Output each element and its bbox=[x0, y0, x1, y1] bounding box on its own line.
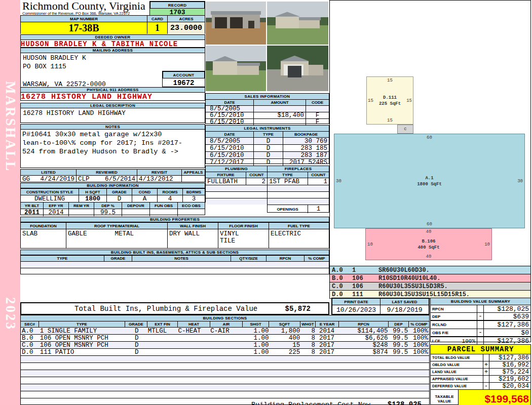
sketch-section-a: 60 30 30 60 A.1 1800 SqFt bbox=[334, 134, 525, 228]
photo4-truck bbox=[288, 66, 301, 77]
deeded-owner-label: DEEDED OWNER bbox=[20, 34, 205, 40]
bs-sqft: 400 bbox=[269, 335, 300, 341]
bs-comp: 100% bbox=[408, 349, 429, 355]
visits-table: LISTED REVIEWED REVISIT APPEALS GG 4/24/… bbox=[20, 169, 205, 182]
bs-rpcn: $114,405 bbox=[338, 328, 388, 334]
rooms-value: 4 bbox=[158, 195, 183, 202]
wall-label: WALL FINISH bbox=[168, 223, 218, 229]
card-label: CARD bbox=[147, 16, 168, 22]
bs-heat bbox=[178, 349, 210, 355]
bs-dep: 99.5 bbox=[388, 349, 408, 355]
legal-description-label: LEGAL DESCRIPTION bbox=[20, 103, 205, 108]
li-row-type: D bbox=[254, 145, 283, 151]
yr-blt-label: YR BLT bbox=[21, 202, 44, 209]
sidebar-district-label: MARSHALL bbox=[0, 76, 20, 177]
li-row-date: 8/5/2005 bbox=[206, 138, 254, 144]
bs-sec: A.0 bbox=[21, 328, 40, 334]
li-row-date: 6/15/2010 bbox=[206, 145, 254, 151]
bs-sqft: 225 bbox=[269, 349, 300, 355]
code-vector: R10SD10R40U10L40. bbox=[378, 275, 440, 282]
ps-op bbox=[483, 376, 489, 382]
construction-style-label: CONSTRUCTION STYLE bbox=[21, 189, 79, 195]
property-photo-4 bbox=[267, 46, 328, 91]
cond-value: A bbox=[132, 195, 158, 202]
account-box: ACCOUNT 19672 bbox=[162, 71, 205, 87]
reviewed-date: 6/5/2014 bbox=[105, 176, 135, 182]
code-type: 106 bbox=[352, 283, 378, 290]
bvs-value: $127,386 bbox=[484, 321, 530, 329]
li-row-type: D bbox=[254, 159, 283, 166]
sketch-d-sqft: 225 SqFt bbox=[367, 101, 413, 106]
building-section-row: A.0 1 SINGLE FAMILY D MTLGL C-HEAT C-AIR… bbox=[21, 328, 429, 335]
bs-grade: D bbox=[126, 342, 148, 348]
depovr-label: DEPOVR bbox=[122, 202, 150, 209]
bvs-value: $127,386 bbox=[484, 337, 530, 345]
ps-name: TOTAL BLDG VALUE bbox=[431, 354, 483, 361]
bs-whgt: 8 bbox=[300, 328, 315, 334]
bvs-value: $128,025 bbox=[484, 305, 530, 312]
bvs-name: DEP bbox=[431, 313, 477, 320]
construction-style-value: DWELLING bbox=[21, 195, 79, 202]
plumbing-count-value: 2 bbox=[246, 178, 267, 185]
li-row-date: 7/12/2017 bbox=[206, 159, 254, 166]
parcel-sketch-canvas: 15 15 15 15 D.111 225 SqFt c 60 30 30 60… bbox=[329, 0, 531, 266]
code-sec: A.0 bbox=[330, 267, 352, 274]
bvs-op: - bbox=[477, 329, 484, 336]
map-number-value: 17-38B bbox=[21, 22, 147, 34]
reviewed-label: REVIEWED bbox=[77, 170, 137, 175]
notes-block: P#10641 30x30 metal garage w/12x30 lean-… bbox=[20, 130, 205, 168]
print-info-table: PRINT DATE LAST SAVED 10/26/2023 9/18/20… bbox=[331, 298, 430, 315]
sketch-d-name: D.111 bbox=[367, 95, 413, 100]
building-sections-table: BUILDING SECTIONS SEC# TYPE GRADE EXT FI… bbox=[20, 315, 430, 405]
bs-h-heat: HEAT bbox=[178, 321, 210, 327]
bs-dep: 99.5 bbox=[388, 335, 408, 341]
listed-date: 4/24/2019 bbox=[40, 176, 74, 182]
dep-pct-label: DEP % bbox=[94, 202, 122, 209]
notes-line-3: 524 from Bradley Hudson to Bradly & -> bbox=[21, 147, 205, 156]
bs-air bbox=[210, 335, 243, 341]
physical-address-label: PHYSICAL 911 ADDRESS bbox=[20, 87, 205, 93]
plumbing-table: PLUMBING FIXTURE COUNT FULLBATH 2 bbox=[205, 166, 268, 202]
bs-type: 1 SINGLE FAMILY bbox=[40, 328, 126, 334]
ps-op: + bbox=[483, 361, 489, 368]
bvs-op bbox=[477, 337, 484, 345]
roof-type-value: GABLE bbox=[68, 230, 87, 237]
bvs-value: $0 bbox=[484, 329, 530, 336]
rem-yr-value bbox=[69, 209, 94, 216]
sketch-code-row: A.0 1 SR60U30L60D30. bbox=[330, 266, 530, 274]
bdrms-label: BDRMS bbox=[183, 189, 205, 195]
replacement-cost-row: Building Replacement Cost New $128,025 bbox=[21, 398, 429, 405]
depovr-value bbox=[122, 209, 150, 216]
code-vector: R60U30L35SU3L5D3R5. bbox=[378, 283, 448, 290]
sales-row-amount bbox=[254, 119, 306, 125]
notes-label: NOTES bbox=[20, 124, 205, 130]
rooms-label: ROOMS bbox=[158, 189, 183, 195]
building-value-summary-label: BUILDING VALUE SUMMARY bbox=[431, 298, 530, 305]
legal-description-value: 16278 HISTORY LAND HIGHWAY bbox=[20, 108, 205, 123]
property-photo-1 bbox=[206, 2, 266, 45]
bs-dep: 99.5 bbox=[388, 342, 408, 348]
bs-heat bbox=[178, 342, 210, 348]
bvs-value: $639 bbox=[484, 313, 530, 320]
appeals-value bbox=[182, 176, 205, 182]
li-row-bookpage: 283 187 bbox=[283, 152, 329, 158]
code-type: 106 bbox=[352, 275, 378, 282]
replacement-cost-label: Building Replacement Cost New bbox=[251, 401, 370, 405]
building-section-row: C.0 106 OPEN MSNRY PCH D 1.00 15 8 2017 … bbox=[21, 342, 429, 349]
bs-sec: D.0 bbox=[21, 349, 40, 355]
bs-h-eyear: E YEAR bbox=[316, 321, 339, 327]
sketch-code-row: B.0 106 R10SD10R40U10L40. bbox=[330, 274, 530, 282]
rem-yr-label: REM YR bbox=[69, 202, 94, 209]
acres-value: 23.0000 bbox=[168, 22, 205, 34]
bs-air bbox=[210, 349, 243, 355]
bs-eyear: 2014 bbox=[315, 328, 338, 334]
roof-material-value: METAL bbox=[115, 230, 134, 237]
building-value-summary: BUILDING VALUE SUMMARY RPCN $128,025 DEP… bbox=[430, 298, 531, 342]
taxable-value-label: TAXABLE VALUE bbox=[431, 390, 459, 405]
bs-h-grade: GRADE bbox=[125, 321, 147, 327]
li-row-bookpage: 30 769 bbox=[283, 138, 329, 144]
mailing-address-label: MAILING ADDRESS bbox=[20, 48, 205, 53]
appeals-label: APPEALS bbox=[182, 170, 205, 175]
bi-type-label: TYPE bbox=[21, 256, 104, 261]
sales-row-date: 6/15/2010 bbox=[206, 112, 254, 118]
